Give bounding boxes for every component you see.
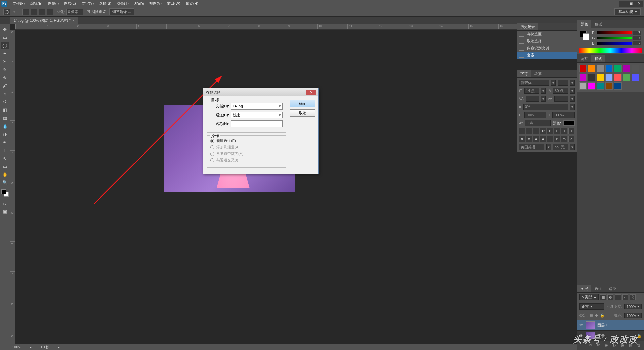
type-feature-button[interactable]: T	[568, 128, 574, 134]
font-style-dropdown[interactable]: ▾	[570, 80, 575, 86]
text-color-swatch[interactable]	[563, 120, 575, 126]
minimize-button[interactable]: −	[619, 1, 627, 7]
menu-view[interactable]: 视图(V)	[147, 0, 164, 7]
font-family-dropdown[interactable]: ▾	[551, 80, 556, 86]
color-picker-swatch[interactable]	[580, 31, 589, 40]
menu-filter[interactable]: 滤镜(T)	[114, 0, 131, 7]
paths-tab[interactable]: 路径	[605, 285, 620, 292]
close-button[interactable]: ✕	[635, 1, 643, 7]
tracking-dropdown[interactable]: ▾	[570, 96, 575, 102]
menu-select[interactable]: 选择(S)	[96, 0, 114, 7]
style-preset[interactable]	[632, 65, 639, 72]
history-item[interactable]: 套索	[517, 52, 577, 59]
screenmode-button[interactable]: ▣	[1, 208, 9, 215]
feather-input[interactable]	[66, 9, 83, 15]
history-brush-tool[interactable]: ↺	[1, 98, 9, 105]
dialog-close-button[interactable]: ✕	[306, 90, 316, 95]
opentype-feature-button[interactable]: 1ˢ	[554, 136, 560, 142]
dodge-tool[interactable]: ◑	[1, 130, 9, 138]
channel-select[interactable]: 新建▾	[231, 112, 283, 118]
group-icon[interactable]: ▣	[620, 342, 626, 348]
document-tab[interactable]: 14.jpg @ 100% (图层 1, RGB/8#) * ×	[10, 17, 78, 24]
stamp-tool[interactable]: ⎌	[1, 90, 9, 97]
tracking-input[interactable]	[554, 96, 568, 102]
history-item[interactable]: 内容识别比例	[517, 45, 577, 52]
filter-type-icon[interactable]: T	[615, 294, 621, 300]
lock-position-icon[interactable]: ✚	[595, 313, 598, 318]
font-family-input[interactable]	[519, 80, 549, 86]
fill-input[interactable]: 100%▾	[624, 313, 642, 318]
leading-input[interactable]	[553, 88, 568, 94]
channels-tab[interactable]: 通道	[591, 285, 605, 292]
op-new-radio[interactable]: 新建通道(E)	[210, 138, 283, 143]
eyedropper-tool[interactable]: ✎	[1, 66, 9, 73]
link-layers-icon[interactable]: ⧉	[587, 342, 593, 348]
character-tab[interactable]: 字符	[517, 70, 531, 77]
menu-image[interactable]: 图像(I)	[45, 0, 61, 7]
style-preset[interactable]	[597, 82, 604, 90]
menu-3d[interactable]: 3D(D)	[131, 0, 147, 7]
zoom-tool[interactable]: 🔍	[1, 179, 9, 186]
blur-tool[interactable]: 💧	[1, 122, 9, 130]
style-preset[interactable]	[579, 65, 587, 72]
style-preset[interactable]	[623, 74, 630, 81]
shape-tool[interactable]: ▭	[1, 163, 9, 170]
leading-dropdown[interactable]: ▾	[570, 88, 575, 94]
style-preset[interactable]	[597, 65, 604, 72]
quickmask-button[interactable]: ◘	[1, 200, 9, 207]
visibility-icon[interactable]: 👁	[579, 334, 584, 338]
hscale-input[interactable]	[552, 112, 575, 118]
opentype-feature-button[interactable]: A	[540, 136, 546, 142]
move-tool[interactable]: ✥	[1, 26, 9, 33]
g-value[interactable]: 7	[633, 36, 641, 40]
history-item[interactable]: 取消选择	[517, 38, 577, 45]
r-slider[interactable]	[597, 31, 632, 34]
language-select[interactable]	[519, 144, 544, 150]
swatches-tab[interactable]: 色板	[591, 20, 605, 28]
opentype-feature-button[interactable]: st	[526, 136, 532, 142]
pen-tool[interactable]: ✒	[1, 138, 9, 146]
color-swatches[interactable]	[1, 189, 9, 197]
opentype-feature-button[interactable]: A	[533, 136, 539, 142]
style-preset[interactable]	[605, 65, 613, 72]
maximize-button[interactable]: ▣	[627, 1, 635, 7]
selection-subtract-icon[interactable]	[39, 9, 45, 15]
antialias-select[interactable]	[553, 144, 568, 150]
style-preset[interactable]	[614, 65, 622, 72]
eraser-tool[interactable]: ◧	[1, 106, 9, 114]
type-feature-button[interactable]: T¹	[547, 128, 553, 134]
b-slider[interactable]	[597, 42, 632, 45]
menu-window[interactable]: 窗口(W)	[164, 0, 183, 7]
style-preset[interactable]	[605, 82, 613, 90]
zoom-level[interactable]: 100%	[12, 345, 21, 349]
filter-shape-icon[interactable]: ▭	[622, 294, 628, 300]
filter-pixel-icon[interactable]: ▦	[600, 294, 606, 300]
delete-layer-icon[interactable]: 🗑	[636, 342, 642, 348]
font-style-input[interactable]	[558, 80, 568, 86]
type-tool[interactable]: T	[1, 146, 9, 154]
blend-mode-select[interactable]: 正常▾	[579, 303, 604, 310]
style-preset[interactable]	[588, 82, 595, 90]
b-value[interactable]: 7	[633, 41, 641, 45]
document-select[interactable]: 14.jpg▾	[231, 103, 283, 110]
adjustments-tab[interactable]: 调整	[577, 55, 591, 62]
opentype-feature-button[interactable]: a	[568, 136, 574, 142]
gradient-tool[interactable]: ▦	[1, 114, 9, 122]
document-tab-close-icon[interactable]: ×	[73, 19, 75, 23]
name-input[interactable]	[231, 120, 283, 127]
kerning-dropdown[interactable]: ▾	[541, 96, 546, 102]
dialog-titlebar[interactable]: 存储选区 ✕	[203, 88, 318, 96]
style-preset[interactable]	[605, 74, 613, 81]
menu-help[interactable]: 帮助(H)	[183, 0, 201, 7]
vscale-input[interactable]	[524, 112, 546, 118]
menu-edit[interactable]: 编辑(E)	[28, 0, 45, 7]
lasso-tool-icon[interactable]: ◯	[3, 9, 10, 15]
layer-row[interactable]: 👁图层 1	[577, 320, 644, 331]
layer-fx-icon[interactable]: fx	[595, 342, 601, 348]
type-feature-button[interactable]: T	[526, 128, 532, 134]
spectrum-bar[interactable]	[579, 48, 642, 53]
workspace-switcher[interactable]: 基本功能▾	[614, 8, 641, 15]
layer-thumbnail[interactable]	[586, 332, 595, 339]
ok-button[interactable]: 确定	[290, 100, 315, 107]
kerning-input[interactable]	[526, 96, 539, 102]
